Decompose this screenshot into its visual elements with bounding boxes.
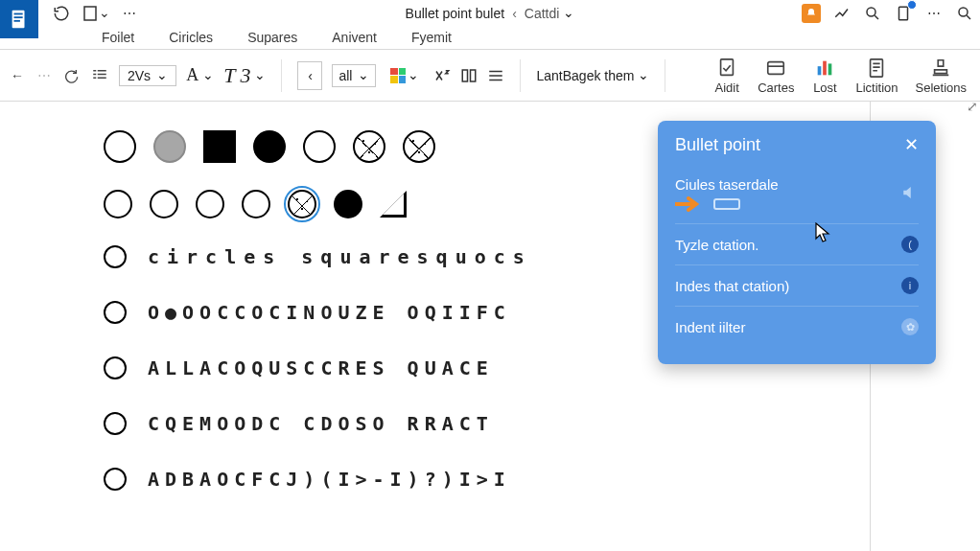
bullet-circle-hatched[interactable] xyxy=(353,130,385,163)
app-icon[interactable] xyxy=(0,0,38,38)
toolbar: ← ⋯ 2Vs ⌄ A ⌄ T 3 ⌄ ‹ all ⌄ ⌄ LantBagek … xyxy=(0,50,980,102)
bullet-circle-outline[interactable] xyxy=(196,190,224,218)
panel-row-indes[interactable]: Indes that ctation) i xyxy=(675,264,919,306)
svg-rect-15 xyxy=(471,70,476,81)
bullet-circle-hatched-selected[interactable] xyxy=(288,190,316,218)
bullet-circle-outline[interactable] xyxy=(104,130,136,163)
forward-arrow-icon[interactable]: ⋯ xyxy=(35,66,54,85)
chevron-down-icon: ⌄ xyxy=(156,67,168,82)
svg-rect-8 xyxy=(93,70,96,72)
superscript-icon[interactable] xyxy=(433,67,451,84)
refresh-icon[interactable] xyxy=(52,4,71,23)
panel-row-indent[interactable]: Indent iilter ✿ xyxy=(675,306,919,347)
style-dropdown[interactable]: T 3 ⌄ xyxy=(223,63,266,88)
search-icon[interactable] xyxy=(863,4,882,23)
list-item[interactable]: ADBAOCFCJ)(I>-I)?)I>I xyxy=(104,468,846,491)
notification-badge[interactable] xyxy=(802,4,821,23)
back-arrow-icon[interactable]: ← xyxy=(8,66,27,85)
list-item[interactable]: CQeMOODC CDOSO RRACT xyxy=(104,412,846,435)
bullet-circle-solid[interactable] xyxy=(253,130,286,163)
bullet-triangle[interactable] xyxy=(380,191,407,218)
svg-rect-19 xyxy=(824,61,828,76)
filter-all-dropdown[interactable]: all ⌄ xyxy=(332,64,376,87)
bullet-circle-gray[interactable] xyxy=(153,130,186,163)
chevron-down-icon[interactable]: ⌄ xyxy=(563,5,574,20)
chevron-down-icon: ⌄ xyxy=(99,5,110,20)
ribbon-cartes[interactable]: Cartes xyxy=(758,56,794,95)
panel-row-ciules[interactable]: Ciules taserdale xyxy=(675,165,919,223)
bar-chart-icon xyxy=(811,57,838,79)
arrow-right-icon xyxy=(675,196,706,212)
breadcrumb-name[interactable]: Cattdi xyxy=(525,6,560,21)
document-canvas: circles squaresquocs O●OOCCOCINOUZE OQII… xyxy=(0,102,980,551)
stamp-icon xyxy=(927,57,954,79)
columns-icon[interactable] xyxy=(460,67,478,84)
chevron-down-icon: ⌄ xyxy=(358,67,369,82)
panel-row-tyzle[interactable]: Tyzle ctation. ( xyxy=(675,223,919,264)
svg-point-7 xyxy=(959,8,968,16)
bullet-marker-icon xyxy=(104,245,127,268)
bullet-circle-outline[interactable] xyxy=(303,130,336,163)
page-layout-dropdown[interactable]: ⌄ xyxy=(79,4,115,23)
svg-rect-21 xyxy=(871,59,883,77)
bullet-circle-outline[interactable] xyxy=(104,190,132,218)
svg-rect-12 xyxy=(98,73,106,75)
panel-row-label: Indes that ctation) xyxy=(675,278,789,294)
bullet-circle-hatched[interactable] xyxy=(403,130,435,163)
bullet-circle-solid[interactable] xyxy=(334,190,362,218)
svg-rect-11 xyxy=(98,70,106,72)
info-icon[interactable]: i xyxy=(901,277,919,294)
tab-fyemit[interactable]: Fyemit xyxy=(411,30,452,49)
ribbon-seletions[interactable]: Seletions xyxy=(916,56,967,95)
gear-icon[interactable]: ✿ xyxy=(901,318,919,335)
ribbon-lictation[interactable]: Lictition xyxy=(855,56,898,95)
clipboard-icon[interactable] xyxy=(894,4,913,23)
paragraph-icon[interactable] xyxy=(90,66,109,85)
ribbon-audit[interactable]: Aidit xyxy=(713,56,740,95)
bullet-point-panel: Bullet point ✕ Ciules taserdale Tyzle ct… xyxy=(658,121,936,364)
ribbon-label: Seletions xyxy=(916,80,967,95)
list-item-text: ALLACOQUSCCRES QUACE xyxy=(148,356,494,379)
search-icon-2[interactable] xyxy=(955,4,974,23)
document-title[interactable]: Bullet point bulet xyxy=(406,6,505,21)
card-icon xyxy=(762,57,789,79)
page-icon xyxy=(83,6,97,21)
align-icon[interactable] xyxy=(487,67,504,84)
font-letter: A xyxy=(186,65,198,85)
list-doc-icon xyxy=(863,57,890,79)
tab-anivent[interactable]: Anivent xyxy=(332,30,377,49)
prev-button[interactable]: ‹ xyxy=(297,61,322,90)
ribbon-lost[interactable]: Lost xyxy=(811,56,838,95)
speaker-icon[interactable] xyxy=(901,184,919,204)
svg-rect-18 xyxy=(818,66,822,75)
indent-box-icon xyxy=(713,198,740,210)
overflow-icon[interactable]: ⋯ xyxy=(924,4,944,23)
bell-icon xyxy=(805,8,817,19)
svg-rect-17 xyxy=(768,62,784,75)
bullet-square-solid[interactable] xyxy=(203,130,236,163)
info-icon[interactable]: ( xyxy=(901,236,919,253)
svg-rect-4 xyxy=(84,7,96,20)
bullet-circle-outline[interactable] xyxy=(242,190,270,218)
svg-rect-13 xyxy=(98,77,106,79)
close-icon[interactable]: ✕ xyxy=(904,134,919,155)
document-app-icon xyxy=(9,9,30,30)
trend-icon[interactable] xyxy=(832,4,852,23)
chevron-down-icon: ⌄ xyxy=(254,67,266,82)
tab-ciricles[interactable]: Ciricles xyxy=(169,30,213,49)
toolbar-divider xyxy=(520,59,521,92)
tab-foilet[interactable]: Foilet xyxy=(102,30,134,49)
color-picker-dropdown[interactable]: ⌄ xyxy=(385,66,424,85)
svg-rect-14 xyxy=(463,70,468,81)
font-dropdown[interactable]: A ⌄ xyxy=(186,65,214,85)
redo-icon[interactable] xyxy=(61,66,81,85)
svg-rect-6 xyxy=(899,7,908,20)
zoom-dropdown[interactable]: 2Vs ⌄ xyxy=(119,65,176,86)
tab-supares[interactable]: Supares xyxy=(247,30,297,49)
theme-dropdown[interactable]: LantBagek them ⌄ xyxy=(536,68,649,83)
more-dots-icon[interactable]: ⋯ xyxy=(123,6,136,21)
svg-rect-10 xyxy=(93,77,96,79)
bullet-circle-outline[interactable] xyxy=(150,190,178,218)
filter-all-label: all xyxy=(338,68,352,83)
svg-rect-0 xyxy=(12,11,25,28)
